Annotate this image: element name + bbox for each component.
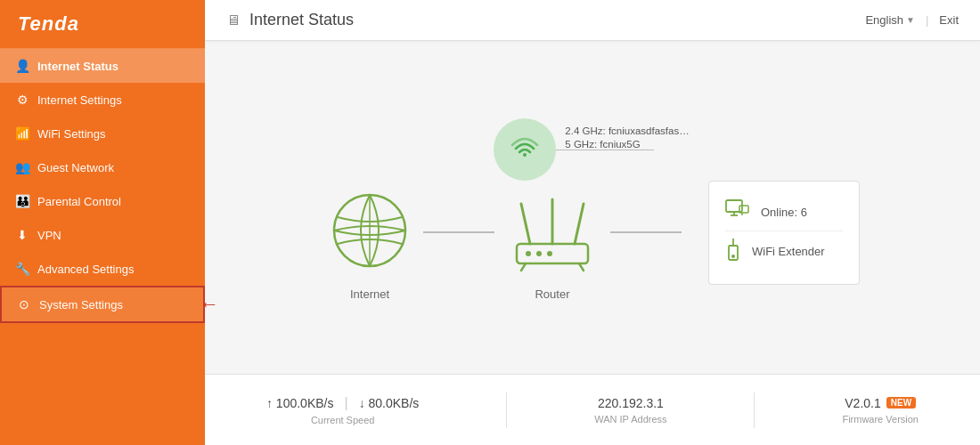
wan-ip-value: 220.192.3.1 [598, 396, 664, 410]
page-title: Internet Status [249, 11, 354, 29]
wifi-extender-icon [725, 237, 741, 262]
diagram-area: 2.4 GHz: fcniuxasdfasfas… 5 GHz: fcniux5… [205, 41, 980, 374]
header: 🖥 Internet Status English ▼ | Exit [205, 0, 980, 41]
header-right: English ▼ | Exit [865, 13, 959, 27]
sidebar-item-advanced-settings[interactable]: 🔧 Advanced Settings [0, 252, 205, 286]
internet-label: Internet [350, 287, 389, 301]
vpn-icon: ⬇ [14, 228, 30, 242]
internet-settings-icon: ⚙ [14, 93, 30, 107]
upload-speed: ↑ 100.0KB/s [266, 396, 334, 410]
svg-point-7 [536, 251, 542, 256]
extender-icon [725, 237, 741, 266]
stats-divider-2 [754, 392, 755, 428]
wifi-signal-icon [509, 134, 541, 166]
header-left: 🖥 Internet Status [226, 11, 354, 29]
speed-values: ↑ 100.0KB/s | ↓ 80.0KB/s [266, 395, 419, 411]
wifi-bubble: 2.4 GHz: fcniuxasdfasfas… 5 GHz: fcniux5… [159, 118, 881, 181]
wifi-5-label: 5 GHz: fcniux5G [565, 139, 689, 150]
language-label: English [865, 13, 903, 27]
network-diagram: Internet [232, 181, 953, 306]
brand-logo: Tenda [18, 12, 79, 35]
sidebar-label-internet-status: Internet Status [37, 60, 118, 73]
wifi-24-label: 2.4 GHz: fcniuxasdfasfas… [565, 125, 689, 136]
sidebar-item-vpn[interactable]: ⬇ VPN [0, 218, 205, 252]
main-content: 🖥 Internet Status English ▼ | Exit [205, 0, 980, 445]
globe-icon [325, 186, 414, 275]
speed-label: Current Speed [311, 415, 375, 425]
sidebar-label-guest-network: Guest Network [37, 161, 114, 174]
sidebar-label-advanced-settings: Advanced Settings [37, 263, 134, 276]
up-arrow-icon: ↑ [266, 396, 273, 410]
language-selector[interactable]: English ▼ [865, 13, 915, 27]
header-divider: | [926, 13, 928, 27]
svg-point-6 [526, 251, 531, 256]
guest-network-icon: 👥 [14, 160, 30, 174]
sidebar-label-wifi-settings: WiFi Settings [37, 127, 106, 141]
dropdown-arrow-icon: ▼ [906, 15, 915, 25]
connector-1 [423, 231, 494, 233]
devices-box: Online: 6 WiFi Extender [708, 181, 860, 285]
wan-ip-label: WAN IP Address [594, 414, 666, 425]
sidebar-item-parental-control[interactable]: 👪 Parental Control [0, 184, 205, 218]
svg-point-18 [731, 255, 735, 258]
sidebar-item-system-settings[interactable]: ⊙ System Settings ← [0, 286, 205, 323]
page-title-icon: 🖥 [226, 12, 241, 28]
new-badge: NEW [886, 397, 916, 409]
extender-row: WiFi Extender [725, 231, 843, 271]
internet-status-icon: 👤 [14, 59, 30, 73]
wifi-labels: 2.4 GHz: fcniuxasdfasfas… 5 GHz: fcniux5… [565, 118, 689, 150]
svg-line-4 [575, 204, 584, 244]
exit-button[interactable]: Exit [939, 13, 959, 27]
wan-ip-stat: 220.192.3.1 WAN IP Address [594, 396, 666, 425]
sidebar-item-internet-status[interactable]: 👤 Internet Status [0, 49, 205, 83]
down-arrow-icon: ↓ [359, 396, 365, 410]
advanced-settings-icon: 🔧 [14, 262, 30, 276]
download-speed-value: 80.0KB/s [369, 396, 420, 410]
svg-point-8 [547, 251, 552, 256]
wifi-circle [494, 118, 556, 181]
router-label: Router [535, 287, 569, 301]
sidebar-item-internet-settings[interactable]: ⚙ Internet Settings [0, 83, 205, 117]
stats-bar: ↑ 100.0KB/s | ↓ 80.0KB/s Current Speed 2… [205, 374, 980, 445]
svg-line-2 [521, 204, 530, 244]
sidebar-label-vpn: VPN [37, 229, 61, 242]
router-icon [503, 186, 601, 275]
monitor-icon [725, 199, 750, 225]
sidebar-label-parental-control: Parental Control [37, 195, 121, 208]
parental-control-icon: 👪 [14, 194, 30, 208]
download-speed: ↓ 80.0KB/s [359, 396, 420, 410]
highlight-arrow-icon: ← [200, 293, 219, 316]
extender-label: WiFi Extender [752, 245, 825, 258]
firmware-version-value: V2.0.1 [845, 396, 880, 410]
sidebar: Tenda 👤 Internet Status ⚙ Internet Setti… [0, 0, 205, 445]
system-settings-icon: ⊙ [16, 297, 32, 312]
stats-divider-1 [506, 392, 507, 428]
online-devices-row: Online: 6 [725, 194, 843, 231]
sidebar-label-internet-settings: Internet Settings [37, 93, 122, 107]
router-node: Router [503, 186, 601, 301]
upload-speed-value: 100.0KB/s [276, 396, 334, 410]
connector-2 [610, 231, 682, 233]
internet-node: Internet [325, 186, 414, 301]
sidebar-label-system-settings: System Settings [39, 298, 123, 312]
firmware-label: Firmware Version [842, 414, 919, 425]
wifi-settings-icon: 📶 [14, 126, 30, 141]
logo-area: Tenda [0, 0, 205, 49]
monitor-devices-icon [725, 199, 750, 221]
firmware-stat: V2.0.1 NEW Firmware Version [842, 396, 919, 425]
speed-stat: ↑ 100.0KB/s | ↓ 80.0KB/s Current Speed [266, 395, 419, 425]
online-count-label: Online: 6 [761, 206, 807, 219]
